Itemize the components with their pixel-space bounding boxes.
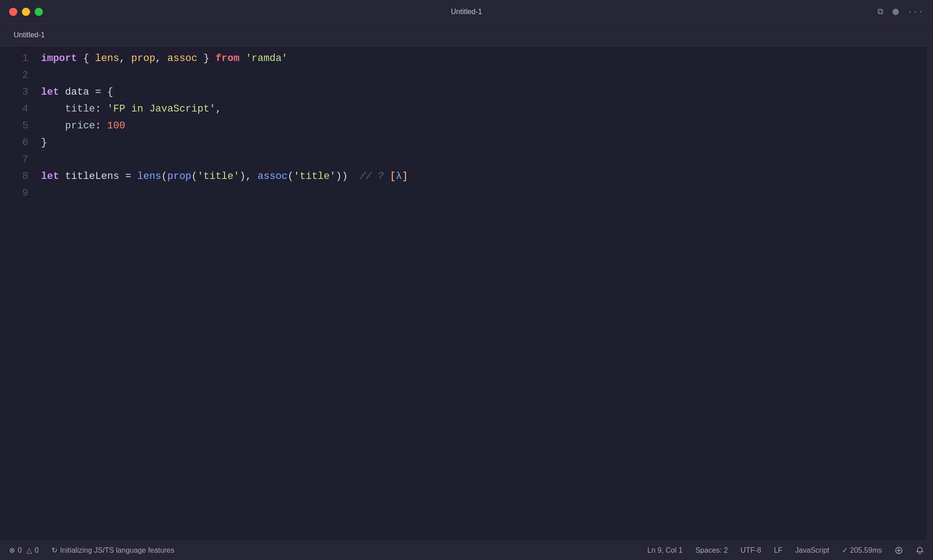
minimize-button[interactable]	[22, 8, 30, 16]
line-num-7: 7	[0, 151, 28, 168]
token	[240, 50, 246, 67]
token: 'ramda'	[246, 50, 287, 67]
maximize-button[interactable]	[35, 8, 43, 16]
token: titleLens =	[59, 168, 138, 185]
status-initializing: ↻ Initializing JS/TS language features	[51, 546, 174, 555]
status-notification-icon[interactable]	[916, 546, 924, 555]
error-count: 0	[18, 546, 22, 555]
token: :	[95, 117, 107, 134]
token: import	[41, 50, 77, 67]
warning-count: 0	[35, 546, 39, 555]
code-line-8: let titleLens = lens ( prop ( 'title' ),…	[41, 168, 933, 185]
line-num-6: 6	[0, 134, 28, 151]
token: prop	[167, 168, 191, 185]
token: lens	[137, 168, 161, 185]
token: (	[287, 168, 293, 185]
code-line-7	[41, 151, 933, 168]
code-line-4: title : 'FP in JavaScript' ,	[41, 101, 933, 117]
token: ,	[155, 50, 167, 67]
code-content[interactable]: import { lens , prop , assoc } from 'ram…	[36, 46, 933, 540]
line-numbers: 1 2 3 4 5 6 7 8 9	[0, 46, 36, 540]
status-dot-icon	[892, 9, 899, 15]
titlebar-actions: ⧉ ···	[877, 7, 924, 16]
token: ]	[402, 168, 408, 185]
split-editor-icon[interactable]: ⧉	[877, 7, 883, 16]
line-num-3: 3	[0, 84, 28, 101]
token	[41, 117, 65, 134]
status-spaces[interactable]: Spaces: 2	[695, 546, 728, 555]
token: (	[191, 168, 197, 185]
more-actions-icon[interactable]: ···	[908, 8, 924, 16]
tab-untitled[interactable]: Untitled-1	[7, 28, 51, 42]
code-line-5: price : 100	[41, 117, 933, 134]
token: let	[41, 84, 59, 101]
token: data = {	[59, 84, 113, 101]
token: :	[95, 101, 107, 117]
scrollbar[interactable]	[927, 46, 933, 540]
token: ,	[119, 50, 131, 67]
line-num-8: 8	[0, 168, 28, 185]
code-line-3: let data = {	[41, 84, 933, 101]
line-num-5: 5	[0, 117, 28, 134]
status-initializing-text: Initializing JS/TS language features	[60, 546, 174, 555]
token: 'title'	[294, 168, 336, 185]
token: 'title'	[197, 168, 239, 185]
line-num-4: 4	[0, 101, 28, 117]
token: prop	[131, 50, 155, 67]
token: λ	[396, 168, 402, 185]
titlebar: Untitled-1 ⧉ ···	[0, 0, 933, 24]
token: 100	[107, 117, 125, 134]
status-eol[interactable]: LF	[774, 546, 783, 555]
token: // ?	[360, 168, 390, 185]
status-remote-icon[interactable]	[895, 546, 903, 555]
error-icon: ⊗	[9, 546, 15, 555]
token: ,	[215, 101, 221, 117]
statusbar: ⊗ 0 △ 0 ↻ Initializing JS/TS language fe…	[0, 540, 933, 560]
code-line-1: import { lens , prop , assoc } from 'ram…	[41, 50, 933, 67]
token: }	[41, 134, 47, 151]
token: ),	[240, 168, 258, 185]
token: [	[390, 168, 396, 185]
window-title: Untitled-1	[451, 8, 482, 16]
token: let	[41, 168, 59, 185]
sync-icon: ↻	[51, 546, 57, 555]
close-button[interactable]	[9, 8, 17, 16]
token: assoc	[257, 168, 287, 185]
status-perf: ✓ 205.59ms	[842, 546, 882, 555]
token: title	[65, 101, 95, 117]
tabbar: Untitled-1	[0, 24, 933, 46]
line-num-9: 9	[0, 185, 28, 202]
token: lens	[95, 50, 119, 67]
warning-icon: △	[26, 546, 32, 555]
token: }	[197, 50, 215, 67]
token	[41, 101, 65, 117]
status-ln-col[interactable]: Ln 9, Col 1	[647, 546, 682, 555]
token: {	[77, 50, 95, 67]
token: 'FP in JavaScript'	[107, 101, 215, 117]
line-num-1: 1	[0, 50, 28, 67]
status-right-group: Ln 9, Col 1 Spaces: 2 UTF-8 LF JavaScrip…	[647, 546, 924, 555]
token: ))	[336, 168, 360, 185]
status-encoding[interactable]: UTF-8	[741, 546, 761, 555]
token: (	[161, 168, 167, 185]
code-line-6: }	[41, 134, 933, 151]
code-line-2	[41, 67, 933, 84]
line-num-2: 2	[0, 67, 28, 84]
token: from	[215, 50, 240, 67]
traffic-lights	[9, 8, 43, 16]
code-line-9	[41, 185, 933, 202]
token: assoc	[167, 50, 197, 67]
token: price	[65, 117, 95, 134]
status-errors[interactable]: ⊗ 0 △ 0	[9, 546, 39, 555]
status-language[interactable]: JavaScript	[795, 546, 830, 555]
editor-area: 1 2 3 4 5 6 7 8 9 import { lens , prop ,…	[0, 46, 933, 540]
